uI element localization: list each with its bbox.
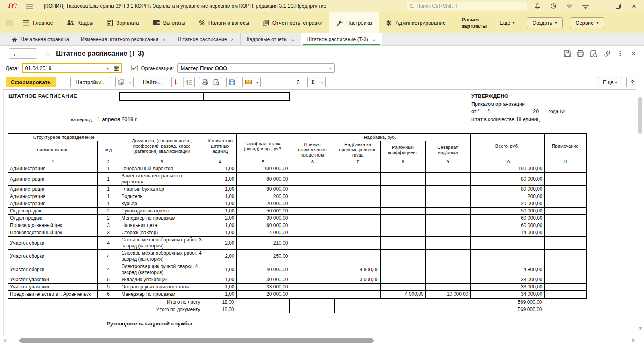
global-search-box[interactable] — [407, 2, 527, 10]
organization-input[interactable] — [178, 65, 326, 71]
table-row: Администрация1Курьер1,0020 000,0020 000,… — [8, 200, 586, 208]
close-tab-icon[interactable]: × — [291, 36, 295, 43]
section-vyplaty[interactable]: Выплаты — [146, 12, 192, 33]
column-header: Надбавка, руб. — [290, 134, 470, 141]
close-window-button[interactable]: × — [628, 1, 640, 11]
create-button[interactable]: Создать ▾ — [527, 17, 563, 28]
minimize-button[interactable]: – — [596, 1, 608, 11]
date-dropdown-button[interactable]: ▾ — [103, 64, 112, 72]
table-cell — [544, 165, 586, 173]
search-input[interactable] — [417, 3, 524, 9]
get-link-icon[interactable] — [602, 49, 612, 58]
counter-input[interactable] — [265, 77, 303, 87]
column-number: 2 — [97, 159, 120, 165]
service-menu-icon[interactable] — [580, 1, 592, 11]
chevron-down-icon[interactable]: ▾ — [319, 77, 325, 87]
column-header: Районный коэффициент — [380, 141, 425, 159]
chevron-down-icon[interactable]: ▾ — [127, 77, 133, 87]
restore-window-button[interactable] — [612, 1, 624, 11]
tab-kadrovye-otchety[interactable]: Кадровые отчеты × — [241, 33, 301, 45]
table-cell: Укладчик-упаковщик — [120, 276, 204, 284]
hamburger-menu-icon[interactable] — [26, 4, 33, 9]
help-button[interactable]: ? — [626, 77, 638, 87]
close-tab-icon[interactable]: × — [162, 36, 167, 43]
history-icon[interactable] — [547, 1, 559, 11]
calendar-icon[interactable] — [112, 64, 121, 72]
table-cell: 60 000,00 — [470, 222, 544, 229]
table-cell — [544, 250, 586, 263]
form-header-icons: ⋮ × — [562, 49, 638, 58]
ribbon-more-menu[interactable]: Еще ▾ — [495, 12, 519, 33]
table-cell: 18,00 — [204, 306, 236, 313]
close-tab-icon[interactable]: × — [230, 36, 235, 43]
service-button[interactable]: Сервис ▾ — [570, 17, 604, 28]
table-cell: Сторож (вахтер) — [120, 229, 204, 237]
table-cell — [380, 237, 425, 250]
vertical-scroll-thumb[interactable] — [638, 97, 642, 134]
section-otchetnost[interactable]: Отчетность, справки — [256, 12, 329, 33]
forward-button[interactable]: → — [23, 49, 37, 58]
expand-groups-icon[interactable] — [183, 77, 194, 87]
table-row: Администрация1Генеральный директор1,0010… — [8, 165, 586, 173]
table-cell — [425, 208, 470, 215]
section-nalogi[interactable]: % Налоги и взносы — [192, 12, 256, 33]
org-checkbox[interactable] — [131, 65, 138, 71]
table-cell: Администрация — [8, 173, 97, 186]
print-icon[interactable] — [576, 49, 585, 58]
print-preview-icon[interactable] — [589, 49, 599, 58]
table-cell: Электросварщик ручной сварки, 4 разряд (… — [120, 263, 204, 276]
tab-shtatnoe-raspisanie[interactable]: Штатное расписание × — [172, 33, 241, 45]
section-glavnoe[interactable]: Главное — [16, 12, 60, 33]
collapse-groups-icon[interactable] — [172, 77, 183, 87]
email-envelope-icon[interactable] — [243, 77, 254, 87]
settings-button[interactable]: Настройки... — [70, 77, 111, 87]
table-cell: Участок сборки — [8, 263, 97, 276]
column-header: Структурное подразделение — [8, 134, 120, 141]
table-cell — [335, 193, 380, 200]
tab-shtatnoe-raspisanie-t3[interactable]: Штатное расписание (Т-3) × — [301, 33, 382, 45]
notifications-bell-icon[interactable] — [531, 1, 543, 11]
favorites-star-icon[interactable]: ☆ — [564, 1, 576, 11]
table-cell: Менеджер по продажам — [120, 215, 204, 222]
tab-izmeneniya-raspisaniya[interactable]: Изменения штатного расписания × — [75, 33, 172, 45]
section-nastroika[interactable]: Настройка — [329, 12, 379, 33]
chevron-down-icon[interactable]: ▾ — [254, 77, 260, 87]
save-icon[interactable] — [562, 49, 572, 58]
table-cell: 1 — [97, 186, 120, 193]
section-administrirovanie[interactable]: Администрирование — [379, 12, 452, 33]
more-actions-kebab-icon[interactable]: ⋮ — [615, 49, 625, 58]
tab-home[interactable]: Начальная страница — [6, 33, 75, 45]
print-icon[interactable] — [199, 77, 211, 87]
report-variant-icon[interactable] — [116, 77, 127, 87]
table-cell: Слесарь механосборочных работ, 4 разряд … — [120, 250, 204, 263]
generate-button[interactable]: Сформировать — [6, 77, 56, 87]
vertical-scrollbar[interactable] — [638, 91, 643, 334]
print-preview-icon[interactable] — [211, 77, 222, 87]
save-file-icon[interactable] — [227, 77, 238, 87]
section-zarplata[interactable]: Зарплата — [100, 12, 146, 33]
favorite-star-icon[interactable]: ☆ — [44, 49, 51, 58]
close-form-icon[interactable]: × — [629, 49, 638, 58]
organization-dropdown-button[interactable]: ▾ — [326, 64, 334, 72]
sections-menu-icon[interactable] — [2, 12, 16, 33]
table-cell: 40 000,00 — [236, 263, 290, 276]
close-tab-icon[interactable]: × — [372, 36, 376, 43]
calc-zarplaty-link[interactable]: Расчет зарплаты — [456, 12, 495, 33]
sum-sigma-icon[interactable]: Σ — [308, 77, 319, 87]
table-cell: 100 000,00 — [236, 165, 290, 173]
more-button[interactable]: Еще ▾ — [598, 77, 622, 87]
find-button[interactable]: Найти... — [138, 77, 167, 87]
date-input[interactable] — [23, 65, 103, 71]
table-cell — [380, 215, 425, 222]
table-cell: 20 000,00 — [236, 200, 290, 208]
horizontal-scrollbar[interactable] — [3, 338, 635, 343]
table-cell — [425, 229, 470, 237]
table-cell — [290, 200, 335, 208]
column-number: 11 — [544, 159, 586, 165]
table-cell: Производственный цех — [8, 222, 97, 229]
section-kadry[interactable]: Кадры — [60, 12, 100, 33]
totals-table-body: Итого по листу18,00569 000,00Итого по до… — [8, 299, 586, 313]
home-icon — [12, 37, 17, 42]
back-button[interactable]: ← — [9, 49, 23, 58]
horizontal-scroll-thumb[interactable] — [19, 338, 374, 343]
